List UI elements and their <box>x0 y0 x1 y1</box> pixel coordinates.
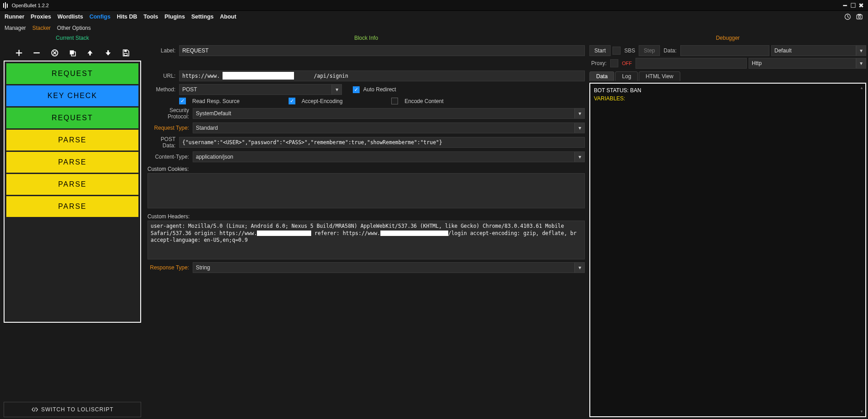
switch-loliscript-label: SWITCH TO LOLISCRIPT <box>41 406 114 413</box>
sbs-label: SBS <box>622 47 637 54</box>
data-label: Data: <box>662 47 678 54</box>
svg-rect-12 <box>107 50 109 53</box>
menu-hitsdb[interactable]: Hits DB <box>117 14 137 20</box>
proxy-off-label: OFF <box>620 61 634 66</box>
proxy-input[interactable] <box>636 58 747 69</box>
menu-proxies[interactable]: Proxies <box>31 14 51 20</box>
svg-rect-7 <box>33 52 40 53</box>
scroll-down-icon[interactable]: ▼ <box>860 409 863 414</box>
proxy-toggle[interactable] <box>610 59 618 67</box>
auto-redirect-label: Auto Redirect <box>363 86 396 93</box>
custom-cookies-input[interactable] <box>147 173 585 208</box>
security-protocol-label: Security Protocol: <box>147 107 189 120</box>
debugger-step-button[interactable]: Step <box>639 45 660 56</box>
menu-about[interactable]: About <box>220 14 236 20</box>
tab-data[interactable]: Data <box>589 71 614 81</box>
chevron-down-icon[interactable]: ▾ <box>574 108 584 118</box>
read-resp-label: Read Resp. Source <box>192 98 240 104</box>
move-down-button[interactable] <box>103 48 113 58</box>
move-up-button[interactable] <box>85 48 95 58</box>
stack-block[interactable]: PARSE <box>6 130 138 151</box>
subtab-stacker[interactable]: Stacker <box>32 25 51 31</box>
request-type-select[interactable]: Standard ▾ <box>193 122 585 133</box>
main-menu: Runner Proxies Wordlists Configs Hits DB… <box>0 11 868 23</box>
info-header: Block Info <box>145 35 588 41</box>
chevron-down-icon[interactable]: ▾ <box>856 46 866 56</box>
menu-settings[interactable]: Settings <box>191 14 213 20</box>
debug-data-input[interactable] <box>680 45 769 56</box>
remove-block-button[interactable] <box>32 48 42 58</box>
auto-redirect-checkbox[interactable] <box>353 86 360 93</box>
data-wordlist-select[interactable]: Default ▾ <box>771 45 866 56</box>
history-icon[interactable] <box>844 13 852 21</box>
stack-block[interactable]: REQUEST <box>6 108 138 128</box>
custom-headers-input[interactable]: user-agent: Mozilla/5.0 (Linux; Android … <box>147 221 585 259</box>
minimize-button[interactable]: ━ <box>841 2 849 9</box>
menu-runner[interactable]: Runner <box>5 14 24 20</box>
svg-rect-2 <box>7 4 8 8</box>
menu-plugins[interactable]: Plugins <box>165 14 185 20</box>
svg-rect-4 <box>857 15 862 19</box>
stack-block[interactable]: PARSE <box>6 174 138 195</box>
sub-menu: Manager Stacker Other Options <box>0 23 868 33</box>
stack-header: Current Stack <box>0 35 145 41</box>
debugger-start-button[interactable]: Start <box>589 45 611 56</box>
encode-content-label: Encode Content <box>404 98 443 104</box>
response-type-label: Response Type: <box>147 264 189 271</box>
maximize-button[interactable]: ☐ <box>849 2 857 9</box>
debugger-header: Debugger <box>588 35 868 41</box>
proxy-type-select[interactable]: Http ▾ <box>749 58 866 69</box>
svg-rect-11 <box>90 53 91 56</box>
custom-cookies-label: Custom Cookies: <box>147 166 585 172</box>
security-protocol-select[interactable]: SystemDefault ▾ <box>193 108 585 119</box>
subtab-other-options[interactable]: Other Options <box>57 25 91 31</box>
debugger-console: BOT STATUS: BAN VARIABLES: ▲▼ <box>589 83 866 417</box>
chevron-down-icon[interactable]: ▾ <box>574 152 584 162</box>
read-resp-checkbox[interactable] <box>179 98 186 104</box>
subtab-manager[interactable]: Manager <box>5 25 26 31</box>
chevron-down-icon[interactable]: ▾ <box>574 123 584 133</box>
stack-block[interactable]: REQUEST <box>6 63 138 84</box>
screenshot-icon[interactable] <box>855 13 863 21</box>
scroll-up-icon[interactable]: ▲ <box>860 85 863 91</box>
content-type-select[interactable]: application/json ▾ <box>193 151 585 162</box>
chevron-down-icon[interactable]: ▾ <box>856 58 866 68</box>
clear-stack-button[interactable] <box>50 48 60 58</box>
post-data-input[interactable] <box>179 137 585 148</box>
app-logo-icon <box>3 2 9 9</box>
custom-headers-label: Custom Headers: <box>147 213 585 220</box>
svg-rect-13 <box>124 50 127 52</box>
encode-content-checkbox[interactable] <box>391 98 398 104</box>
clone-block-button[interactable] <box>67 48 77 58</box>
menu-wordlists[interactable]: Wordlists <box>57 14 83 20</box>
stack-toolbar <box>4 45 141 61</box>
stack-block[interactable]: PARSE <box>6 196 138 217</box>
stack-block[interactable]: KEY CHECK <box>6 85 138 106</box>
label-input[interactable] <box>179 45 585 56</box>
url-label: URL: <box>147 73 175 79</box>
app-title: OpenBullet 1.2.2 <box>12 3 49 8</box>
method-label: Method: <box>147 86 175 93</box>
menu-tools[interactable]: Tools <box>143 14 158 20</box>
save-button[interactable] <box>121 48 131 58</box>
accept-encoding-checkbox[interactable] <box>289 98 295 104</box>
method-select[interactable]: POST ▾ <box>179 84 342 95</box>
close-button[interactable]: ✖ <box>857 2 865 9</box>
svg-rect-1 <box>5 2 6 9</box>
stack-block[interactable]: PARSE <box>6 152 138 173</box>
debugger-tabs: Data Log HTML View <box>589 71 866 81</box>
titlebar: OpenBullet 1.2.2 ━ ☐ ✖ <box>0 0 868 11</box>
add-block-button[interactable] <box>14 48 24 58</box>
tab-log[interactable]: Log <box>615 71 638 81</box>
url-input[interactable] <box>179 71 585 81</box>
response-type-select[interactable]: String ▾ <box>193 262 585 273</box>
content-type-label: Content-Type: <box>147 154 189 160</box>
switch-loliscript-button[interactable]: SWITCH TO LOLISCRIPT <box>4 402 141 417</box>
proxy-label: Proxy: <box>589 60 608 66</box>
request-type-label: Request Type: <box>147 125 189 131</box>
tab-htmlview[interactable]: HTML View <box>639 71 680 81</box>
menu-configs[interactable]: Configs <box>90 14 111 20</box>
chevron-down-icon[interactable]: ▾ <box>332 85 342 94</box>
sbs-toggle[interactable] <box>612 47 621 55</box>
chevron-down-icon[interactable]: ▾ <box>574 263 584 273</box>
